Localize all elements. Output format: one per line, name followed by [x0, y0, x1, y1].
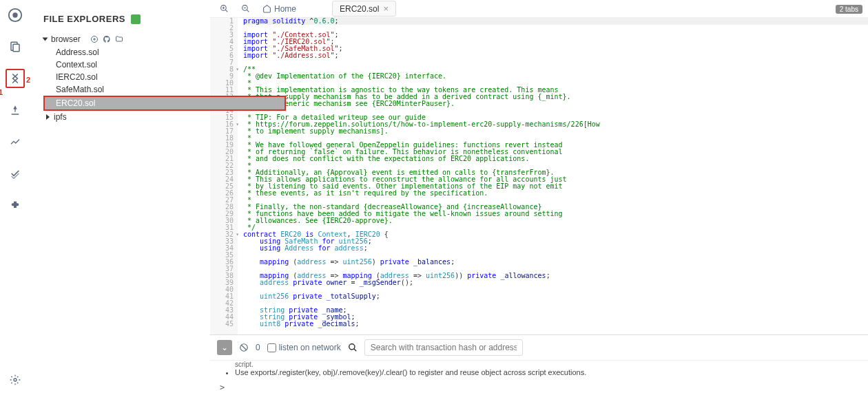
tree-folder-ipfs[interactable]: ipfs: [43, 111, 203, 123]
pending-tx-count: 0: [256, 343, 260, 352]
code-editor[interactable]: 12345678▾910111213141516▾171819202122232…: [210, 18, 868, 334]
file-explorer-panel: FILE EXPLORERS browser Address.solContex…: [31, 0, 210, 395]
tree-folder-browser[interactable]: browser: [43, 32, 203, 46]
folder-label: browser: [51, 34, 81, 44]
github-icon[interactable]: [103, 35, 111, 43]
terminal-panel: ⌄ 0 listen on network script. Use export…: [210, 334, 868, 395]
icon-sidebar: 1 2: [0, 0, 31, 395]
close-icon[interactable]: ×: [383, 3, 389, 14]
new-file-icon[interactable]: [90, 35, 99, 43]
deploy-run-icon[interactable]: [6, 100, 25, 120]
annotation-1: 1: [0, 88, 3, 96]
listen-network-toggle[interactable]: listen on network: [267, 343, 341, 352]
settings-icon[interactable]: [6, 370, 25, 389]
tree-file-item[interactable]: ERC20.sol: [43, 96, 286, 111]
svg-point-9: [349, 344, 354, 350]
console-line: Use exports/.register(key, obj)/.remove(…: [235, 368, 858, 376]
tree-file-item[interactable]: SafeMath.sol: [43, 83, 203, 96]
main-area: Home ERC20.sol × 2 tabs 12345678▾9101112…: [210, 0, 868, 395]
svg-point-4: [14, 378, 17, 381]
tree-file-item[interactable]: IERC20.sol: [43, 71, 203, 83]
caret-down-icon: [43, 38, 48, 41]
tree-file-item[interactable]: Address.sol: [43, 46, 203, 58]
editor-toolbar: Home ERC20.sol × 2 tabs: [210, 0, 868, 18]
remix-logo-icon[interactable]: [6, 6, 25, 25]
svg-rect-3: [13, 44, 19, 52]
expand-terminal-icon[interactable]: ⌄: [217, 340, 232, 355]
listen-network-checkbox[interactable]: [267, 343, 276, 352]
tree-file-item[interactable]: Context.sol: [43, 58, 203, 71]
caret-right-icon: [46, 114, 50, 120]
console-output: script. Use exports/.register(key, obj)/…: [210, 361, 868, 380]
analysis-icon[interactable]: [6, 132, 25, 151]
tabs-count-badge[interactable]: 2 tabs: [836, 5, 862, 14]
plugin-manager-icon[interactable]: [6, 195, 25, 215]
svg-point-1: [12, 12, 17, 17]
folder-icon[interactable]: [115, 35, 123, 43]
search-icon[interactable]: [348, 343, 358, 352]
zoom-out-icon[interactable]: [237, 3, 254, 14]
solidity-compiler-icon[interactable]: [6, 69, 25, 88]
file-explorer-icon[interactable]: [6, 37, 25, 56]
tab-label: ERC20.sol: [340, 4, 379, 14]
console-prompt[interactable]: >: [210, 380, 868, 395]
file-explorer-badge-icon: [131, 14, 141, 24]
clear-console-icon[interactable]: [239, 343, 249, 352]
file-explorer-title: FILE EXPLORERS: [43, 14, 125, 24]
home-button[interactable]: Home: [258, 3, 300, 15]
tx-search-input[interactable]: [364, 339, 523, 356]
editor-tab[interactable]: ERC20.sol ×: [332, 1, 396, 17]
zoom-in-icon[interactable]: [216, 3, 233, 14]
testing-icon[interactable]: [6, 164, 25, 183]
folder-label: ipfs: [54, 112, 67, 122]
annotation-2: 2: [26, 76, 30, 84]
